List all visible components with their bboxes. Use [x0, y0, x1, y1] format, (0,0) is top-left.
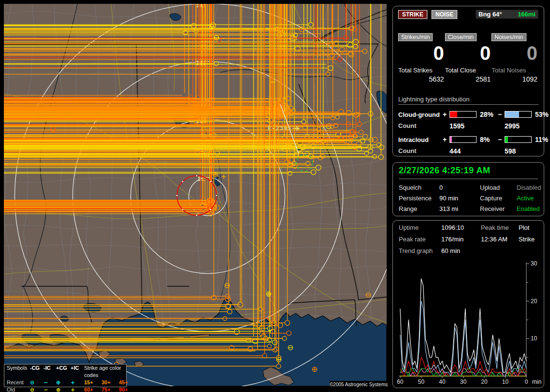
old-cg-minus-icon: ⊖: [30, 386, 43, 392]
cloud-ground-label: Cloud-ground: [398, 111, 443, 118]
close-per-min-button[interactable]: Close/min: [445, 33, 477, 41]
recent-cg-plus-icon: ⊕: [56, 379, 71, 386]
persistence-value: 90 min: [439, 195, 480, 202]
alarm-circle-tick: [182, 181, 184, 182]
side-panel: STRIKE NOISE Bng 64° 166mi Strikes/min 0…: [392, 4, 546, 388]
symbol-legend: Symbols -CG -IC +CG +IC Strike age color…: [4, 364, 127, 387]
uptime-label: Uptime: [399, 224, 441, 231]
datetime-display: 2/27/2026 4:25:19 AM: [399, 166, 538, 179]
legend-age-title: Strike age color codes: [84, 364, 135, 379]
total-noises-value: 1092: [492, 75, 538, 83]
old-ic-minus-icon: −: [43, 386, 56, 392]
strikes-per-min-button[interactable]: Strikes/min: [398, 33, 433, 41]
upload-label: Upload: [480, 184, 517, 191]
x-tick-label: 60: [397, 378, 404, 385]
x-tick-label: 50: [418, 378, 425, 385]
alarm-circle-tick: [196, 175, 198, 177]
cg-minus-bar: [505, 111, 532, 118]
noise-toggle-button[interactable]: NOISE: [432, 10, 457, 19]
distribution-title: Lightning type distribution: [398, 96, 538, 105]
minus-sign: −: [498, 136, 505, 143]
cg-plus-pct: 28%: [478, 111, 498, 118]
age-30: 30+: [101, 379, 119, 386]
legend-col-cgm: -CG: [30, 364, 43, 379]
close-counter: Close/min 0 Total Close 2581: [445, 33, 492, 83]
range-value: 313 mi: [439, 205, 480, 212]
cg-plus-bar: [449, 111, 477, 118]
trend-window-value: 60 min: [441, 247, 460, 254]
x-tick-label: 40: [439, 378, 446, 385]
old-cg-plus-icon: ⊕: [56, 386, 71, 392]
status-row: Persistence 90 min Capture Active: [399, 195, 538, 202]
status-row: Range 313 mi Receiver Enabled: [399, 205, 538, 212]
recent-cg-minus-icon: ⊖: [30, 379, 43, 386]
squelch-value: 0: [439, 184, 480, 191]
cg-minus-pct: 53%: [533, 111, 549, 118]
legend-row-old: Old: [7, 386, 30, 392]
close-rate-value: 0: [445, 43, 491, 63]
plus-sign: +: [443, 111, 449, 118]
alarm-circle-tick: [210, 181, 212, 182]
x-tick-label: 10: [502, 378, 509, 385]
ic-plus-count: 444: [449, 147, 498, 155]
x-tick-label: 20: [481, 378, 488, 385]
trend-chart: 1020306050403020100min: [393, 261, 545, 388]
squelch-label: Squelch: [399, 184, 439, 191]
age-75: 75+: [101, 386, 119, 392]
total-strikes-value: 5632: [398, 75, 445, 83]
trend-graph-label: Trend graph: [399, 247, 441, 254]
cloud-ground-counts: Count 1595 2995: [398, 122, 538, 130]
noises-rate-value: 0: [492, 43, 537, 63]
alarm-circle-tick: [210, 209, 212, 210]
uptime-row: Uptime 1096:10 Peak time Plot: [399, 224, 538, 231]
strike-toggle-button[interactable]: STRIKE: [398, 10, 427, 19]
strikes-counter: Strikes/min 0 Total Strikes 5632: [398, 33, 445, 83]
capture-label: Capture: [480, 195, 517, 202]
recent-ic-plus-icon: +: [71, 379, 84, 386]
ic-minus-count: 598: [505, 147, 538, 155]
lightning-map[interactable]: 31125219313E-2345-5 Symbols -CG -IC +CG …: [4, 4, 387, 386]
age-90: 90+: [119, 386, 135, 392]
alarm-circle-tick: [176, 195, 178, 196]
intracloud-row: Intracloud + 8% − 11%: [398, 136, 538, 143]
x-tick-label: 30: [460, 378, 467, 385]
plus-sign: +: [443, 136, 449, 143]
status-row: Squelch 0 Upload Disabled: [399, 184, 538, 191]
total-close-label: Total Close: [445, 67, 492, 74]
count-label: Count: [398, 122, 443, 130]
total-noises-label: Total Noises: [492, 67, 538, 74]
trend-graph-row: Trend graph 60 min: [399, 247, 538, 254]
intracloud-counts: Count 444 598: [398, 147, 538, 155]
receiver-label: Receiver: [480, 205, 517, 212]
copyright: ©2005 Astrogenic Systems: [330, 381, 387, 388]
peak-rate-value: 176/min: [441, 236, 481, 243]
legend-symbols-header: Symbols: [7, 364, 30, 379]
peak-time-value: 12:36 AM: [481, 236, 519, 243]
recent-ic-minus-icon: −: [43, 379, 56, 386]
legend-col-cgp: +CG: [56, 364, 71, 379]
cloud-ground-row: Cloud-ground + 28% − 53%: [398, 111, 538, 118]
ic-minus-bar: [505, 136, 532, 143]
peak-rate-label: Peak rate: [399, 236, 441, 243]
stats-panel: STRIKE NOISE Bng 64° 166mi Strikes/min 0…: [392, 6, 544, 156]
total-strikes-label: Total Strikes: [398, 67, 445, 74]
upload-value: Disabled: [517, 184, 541, 191]
minus-sign: −: [498, 111, 505, 118]
alarm-circle-tick: [196, 215, 198, 216]
intracloud-label: Intracloud: [398, 136, 443, 143]
noises-per-min-button[interactable]: Noises/min: [492, 33, 526, 41]
strikes-rate-value: 0: [398, 43, 444, 63]
range-label: Range: [399, 205, 439, 212]
strike-symbol-cgp: [213, 172, 217, 177]
alarm-circle-tick: [182, 209, 184, 210]
noises-counter: Noises/min 0 Total Noises 1092: [492, 33, 538, 83]
alarm-circle-tick: [216, 195, 217, 196]
total-close-value: 2581: [445, 75, 492, 83]
legend-col-icm: -IC: [43, 364, 56, 379]
strike-symbol-cgp: [312, 367, 317, 371]
storm-cell-label: E-2345-5: [268, 125, 300, 132]
map-canvas: 31125219313E-2345-5: [4, 4, 387, 386]
y-tick-label: 10: [531, 335, 537, 342]
y-tick-label: 30: [531, 261, 537, 267]
cg-minus-count: 2995: [505, 122, 538, 130]
